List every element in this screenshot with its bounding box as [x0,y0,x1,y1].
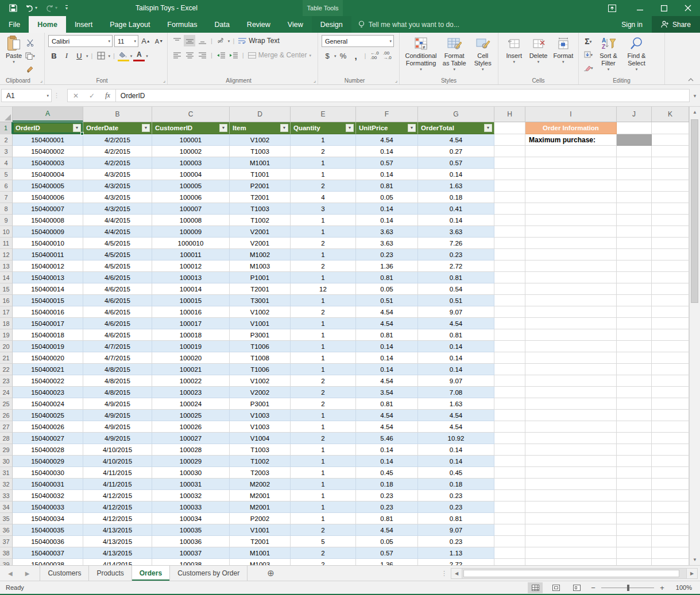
cell-J26[interactable] [617,410,652,421]
cell-E14[interactable]: 1 [291,272,356,283]
table-header-cell-quantity[interactable]: Quantity▼ [291,122,356,134]
cell-H14[interactable] [494,272,525,283]
cell-E18[interactable]: 1 [291,318,356,329]
cell-B7[interactable]: 4/3/2015 [83,192,152,203]
cell-F21[interactable]: 0.14 [356,352,418,364]
cell-C27[interactable]: 100026 [152,421,230,433]
cell-B8[interactable]: 4/3/2015 [83,203,152,215]
cell-I3[interactable] [525,146,617,157]
cell-D35[interactable]: P2002 [230,513,291,524]
cell-H11[interactable] [494,238,525,249]
row-header-32[interactable]: 32 [0,479,13,490]
cell-J18[interactable] [617,318,652,329]
cell-E28[interactable]: 2 [291,433,356,444]
close-button[interactable] [676,0,700,16]
sheet-tab-customers-by-order[interactable]: Customers by Order [170,566,247,581]
cell-K29[interactable] [652,444,689,456]
cell-A27[interactable]: 150400026 [13,421,83,433]
cell-J31[interactable] [617,467,652,479]
cell-F10[interactable]: 3.63 [356,226,418,238]
cell-B34[interactable]: 4/12/2015 [83,501,152,513]
cell-G2[interactable]: 4.54 [418,134,494,146]
filter-dropdown-icon[interactable]: ▼ [280,124,288,132]
table-header-cell-ordertotal[interactable]: OrderTotal▼ [418,122,494,134]
cell-D33[interactable]: M2001 [230,490,291,501]
table-header-cell-orderdate[interactable]: OrderDate▼ [83,122,152,134]
cell-F22[interactable]: 0.14 [356,364,418,375]
cell-H12[interactable] [494,249,525,260]
cell-B11[interactable]: 4/5/2015 [83,238,152,249]
cell-E19[interactable]: 1 [291,329,356,341]
new-sheet-button[interactable]: ⊕ [267,566,274,581]
cell-A25[interactable]: 150400024 [13,398,83,410]
cell-E38[interactable]: 2 [291,547,356,559]
cell-G36[interactable]: 9.07 [418,524,494,536]
cell-J10[interactable] [617,226,652,238]
cell-K6[interactable] [652,180,689,192]
cell-D34[interactable]: M2001 [230,501,291,513]
align-left-button[interactable] [171,49,183,61]
cell-I25[interactable] [525,398,617,410]
cell-K18[interactable] [652,318,689,329]
cell-C5[interactable]: 100004 [152,169,230,180]
sheet-tab-customers[interactable]: Customers [40,566,89,581]
font-color-button[interactable]: A [133,50,145,61]
cell-H16[interactable] [494,295,525,306]
cell-C25[interactable]: 100024 [152,398,230,410]
cell-J14[interactable] [617,272,652,283]
clear-button[interactable]: ▾ [582,62,594,73]
cell-B32[interactable]: 4/11/2015 [83,479,152,490]
cell-J25[interactable] [617,398,652,410]
cell-C18[interactable]: 100017 [152,318,230,329]
cell-F29[interactable]: 0.14 [356,444,418,456]
cell-I14[interactable] [525,272,617,283]
cell-B9[interactable]: 4/4/2015 [83,215,152,226]
cell-K34[interactable] [652,501,689,513]
zoom-in-button[interactable]: + [659,584,666,592]
cell-B4[interactable]: 4/2/2015 [83,157,152,169]
cell-B36[interactable]: 4/13/2015 [83,524,152,536]
cell-B14[interactable]: 4/6/2015 [83,272,152,283]
cell-E30[interactable]: 1 [291,456,356,467]
cell-A19[interactable]: 150400018 [13,329,83,341]
cell-A37[interactable]: 150400036 [13,536,83,547]
cell-K25[interactable] [652,398,689,410]
cell-D13[interactable]: M1003 [230,260,291,272]
cell-K33[interactable] [652,490,689,501]
cell-C37[interactable]: 100036 [152,536,230,547]
cell-G9[interactable]: 0.14 [418,215,494,226]
cell-C11[interactable]: 1000010 [152,238,230,249]
cell-C2[interactable]: 100001 [152,134,230,146]
cell-I33[interactable] [525,490,617,501]
cell-E31[interactable]: 1 [291,467,356,479]
undo-button[interactable]: ▾ [25,5,37,12]
cell-K28[interactable] [652,433,689,444]
cell-H38[interactable] [494,547,525,559]
cell-G32[interactable]: 0.18 [418,479,494,490]
row-header-24[interactable]: 24 [0,387,13,398]
cell-C32[interactable]: 100031 [152,479,230,490]
cell-H13[interactable] [494,260,525,272]
cell-J13[interactable] [617,260,652,272]
cell-C16[interactable]: 100015 [152,295,230,306]
zoom-out-button[interactable]: − [590,584,597,592]
row-header-20[interactable]: 20 [0,341,13,352]
cell-C22[interactable]: 100021 [152,364,230,375]
cell-F30[interactable]: 0.14 [356,456,418,467]
row-header-34[interactable]: 34 [0,501,13,513]
cell-J12[interactable] [617,249,652,260]
cell-F24[interactable]: 3.54 [356,387,418,398]
cell-B38[interactable]: 4/13/2015 [83,547,152,559]
cell-A5[interactable]: 150400004 [13,169,83,180]
row-header-18[interactable]: 18 [0,318,13,329]
orientation-button[interactable]: ab [215,35,227,46]
sheet-nav-left-icon[interactable]: ◀ [8,570,13,577]
cell-F31[interactable]: 0.45 [356,467,418,479]
cell-E11[interactable]: 2 [291,238,356,249]
cell-D29[interactable]: T1003 [230,444,291,456]
cell-F14[interactable]: 0.81 [356,272,418,283]
cell-D6[interactable]: P2001 [230,180,291,192]
cell-H15[interactable] [494,283,525,295]
cell-E21[interactable]: 1 [291,352,356,364]
cell-B22[interactable]: 4/8/2015 [83,364,152,375]
